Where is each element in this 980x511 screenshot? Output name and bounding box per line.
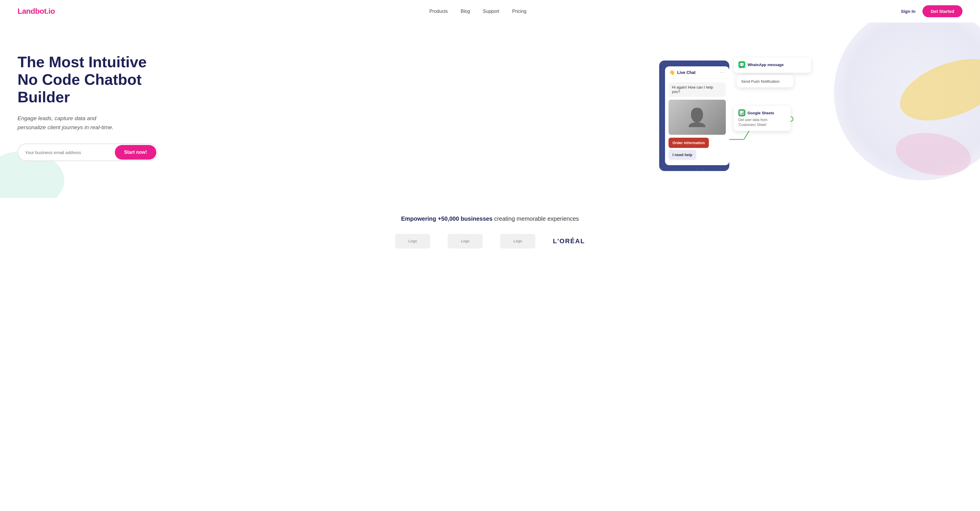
push-notification-label: Send Push Notification: [741, 79, 780, 84]
chat-window: 👋 Live Chat ··· Hi again! How can I help…: [665, 66, 729, 165]
nav-products[interactable]: Products: [429, 9, 448, 14]
chat-wave-emoji: 👋: [669, 70, 675, 75]
get-started-button[interactable]: Get Started: [923, 5, 963, 17]
sheets-node-header: 📊 Google Sheets: [738, 109, 786, 116]
chat-body: Hi again! How can I help you? Order info…: [665, 79, 729, 165]
whatsapp-node: 💬 WhatsApp message: [734, 57, 811, 73]
email-input[interactable]: [18, 145, 114, 159]
order-info-button[interactable]: Order information: [668, 138, 709, 148]
chat-title: Live Chat: [677, 70, 696, 75]
signin-button[interactable]: Sign In: [901, 9, 915, 14]
nav-blog[interactable]: Blog: [461, 9, 470, 14]
logo[interactable]: Landbot.io: [18, 7, 55, 16]
email-form: Start now!: [18, 143, 158, 161]
start-now-button[interactable]: Start now!: [115, 145, 156, 159]
sheets-node-title: Google Sheets: [748, 111, 774, 115]
whatsapp-icon: 💬: [738, 61, 745, 68]
bot-message: Hi again! How can I help you?: [668, 82, 726, 97]
need-help-button[interactable]: I need help: [668, 150, 697, 160]
brand-logo-2: Logo: [448, 234, 483, 248]
navbar: Landbot.io Products Blog Support Pricing…: [0, 0, 980, 22]
logo-text: Landbot.io: [18, 7, 55, 16]
chat-header: 👋 Live Chat ···: [665, 66, 729, 79]
empowering-regular: creating memorable experiences: [494, 215, 579, 222]
hero-subtext: Engage leads, capture data andpersonaliz…: [18, 114, 158, 132]
hero-heading: The Most Intuitive No Code Chatbot Build…: [18, 54, 471, 106]
push-notification-node: Send Push Notification: [737, 75, 794, 88]
sheets-node-desc: Get user data from'Customers Sheet': [738, 118, 786, 127]
empowering-text: Empowering +50,000 businesses creating m…: [18, 215, 963, 222]
hero-visual: 👋 Live Chat ··· Hi again! How can I help…: [490, 49, 963, 166]
bottom-section: Empowering +50,000 businesses creating m…: [0, 198, 980, 254]
empowering-bold: Empowering +50,000 businesses: [401, 215, 493, 222]
nav-actions: Sign In Get Started: [901, 5, 963, 17]
nav-support[interactable]: Support: [483, 9, 500, 14]
google-sheets-node: 📊 Google Sheets Get user data from'Custo…: [734, 106, 791, 131]
chat-menu-dots[interactable]: ···: [720, 69, 725, 75]
agent-avatar: [668, 100, 726, 135]
brand-logos: Logo Logo Logo L'ORÉAL: [18, 234, 963, 248]
whatsapp-node-title: WhatsApp message: [748, 62, 784, 67]
chatbot-panel: 👋 Live Chat ··· Hi again! How can I help…: [659, 60, 729, 171]
loreal-logo: L'ORÉAL: [553, 237, 585, 245]
brand-logo-1: Logo: [395, 234, 430, 248]
hero-section: The Most Intuitive No Code Chatbot Build…: [0, 22, 980, 198]
nav-pricing[interactable]: Pricing: [512, 9, 527, 14]
brand-logo-3: Logo: [500, 234, 535, 248]
sheets-icon: 📊: [738, 109, 745, 116]
whatsapp-node-header: 💬 WhatsApp message: [738, 61, 807, 68]
nav-links: Products Blog Support Pricing: [429, 9, 526, 14]
chat-header-left: 👋 Live Chat: [669, 70, 696, 75]
hero-content: The Most Intuitive No Code Chatbot Build…: [18, 54, 471, 161]
